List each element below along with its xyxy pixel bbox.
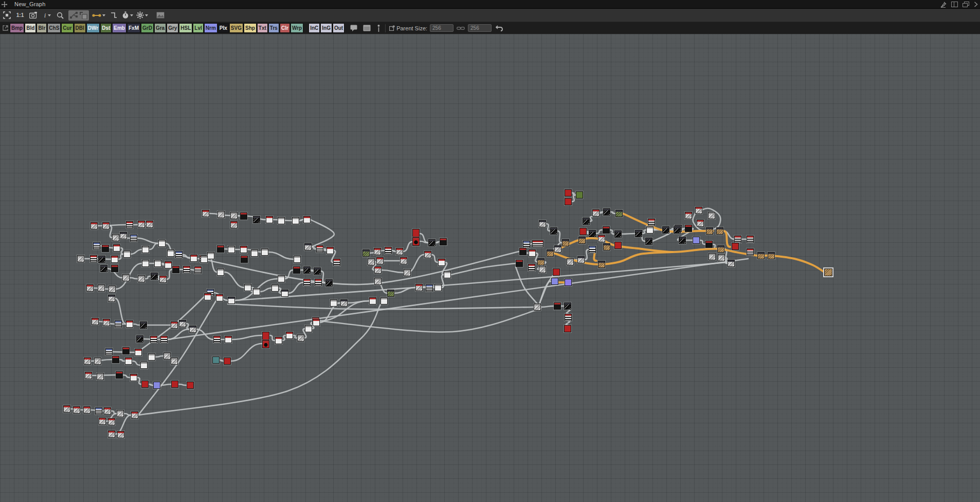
graph-node[interactable] (100, 265, 107, 272)
graph-node[interactable] (598, 235, 605, 242)
graph-node[interactable] (140, 321, 147, 329)
filter-button-Gry[interactable]: Gry (167, 23, 178, 33)
graph-node[interactable] (303, 266, 311, 274)
filter-button-Blr[interactable]: Blr (37, 23, 47, 33)
graph-node[interactable] (146, 221, 153, 228)
wire[interactable] (137, 238, 158, 243)
graph-node[interactable] (553, 268, 560, 276)
graph-node[interactable] (554, 302, 561, 310)
graph-node[interactable] (123, 250, 131, 258)
wire[interactable] (642, 230, 646, 234)
graph-node[interactable] (253, 288, 260, 295)
parent-height-input[interactable] (468, 24, 492, 32)
graph-node[interactable] (614, 230, 622, 238)
wire[interactable] (155, 356, 164, 357)
pin-marker-icon[interactable] (377, 25, 380, 32)
graph-node[interactable] (615, 210, 623, 217)
graph-node[interactable] (153, 382, 160, 389)
graph-node[interactable] (428, 239, 435, 246)
graph-node[interactable] (171, 381, 178, 388)
wire[interactable] (585, 249, 589, 260)
graph-node[interactable] (824, 268, 832, 276)
graph-node[interactable] (183, 266, 190, 273)
filter-button-DBl[interactable]: DBl (74, 23, 86, 33)
graph-node[interactable] (122, 274, 130, 281)
graph-node[interactable] (217, 211, 225, 218)
graph-node[interactable] (292, 217, 299, 224)
graph-node[interactable] (126, 221, 133, 228)
graph-node[interactable] (201, 256, 208, 263)
wire[interactable] (403, 242, 412, 252)
graph-node[interactable] (113, 244, 120, 252)
move-icon[interactable] (2, 2, 7, 7)
graph-node[interactable] (130, 374, 137, 381)
graph-node[interactable] (685, 212, 692, 219)
wire[interactable] (260, 288, 271, 292)
graph-node[interactable] (150, 336, 157, 343)
graph-node[interactable] (693, 237, 700, 244)
thumbnail-button[interactable] (155, 10, 166, 21)
graph-node[interactable] (160, 336, 168, 343)
graph-node[interactable] (240, 212, 247, 220)
graph-node[interactable] (86, 284, 94, 292)
info-button[interactable]: i (42, 10, 52, 21)
graph-node[interactable] (603, 208, 610, 216)
graph-node[interactable] (253, 216, 260, 223)
timer-button[interactable] (122, 10, 133, 21)
graph-node[interactable] (695, 207, 702, 214)
wire[interactable] (431, 255, 438, 262)
wire[interactable] (167, 270, 172, 279)
graph-node[interactable] (519, 248, 527, 255)
graph-node[interactable] (138, 275, 145, 282)
graph-node[interactable] (404, 269, 411, 276)
graph-node[interactable] (94, 357, 101, 365)
graph-node[interactable] (717, 245, 724, 253)
graph-node[interactable] (734, 236, 741, 243)
graph-node[interactable] (554, 245, 561, 253)
wire[interactable] (516, 267, 539, 306)
graph-node[interactable] (230, 221, 238, 228)
graph-node[interactable] (539, 220, 546, 227)
wire[interactable] (190, 270, 194, 270)
graph-node[interactable] (614, 242, 622, 249)
graph-node[interactable] (747, 236, 754, 243)
wire[interactable] (546, 224, 550, 231)
graph-node[interactable] (244, 284, 251, 291)
link-mode-toggle-group[interactable] (68, 10, 89, 21)
graph-node[interactable] (216, 294, 223, 301)
graph-node[interactable] (385, 247, 392, 254)
graph-node[interactable] (262, 340, 269, 348)
graph-node[interactable] (598, 261, 605, 268)
filter-button-Cur[interactable]: Cur (61, 23, 73, 33)
wire[interactable] (557, 231, 562, 243)
graph-node[interactable] (305, 325, 312, 332)
graph-node[interactable] (154, 260, 161, 267)
graph-tab[interactable]: New_Graph (14, 1, 46, 7)
graph-node[interactable] (187, 382, 194, 389)
wire[interactable] (132, 361, 140, 365)
filter-button-Gra[interactable]: Gra (154, 23, 166, 33)
graph-node[interactable] (142, 246, 149, 253)
graph-node[interactable] (565, 198, 572, 205)
graph-node[interactable] (369, 297, 376, 304)
graph-node[interactable] (240, 246, 247, 253)
graph-node[interactable] (380, 297, 388, 304)
graph-node[interactable] (102, 222, 110, 229)
graph-node[interactable] (194, 266, 202, 274)
graph-node[interactable] (316, 245, 323, 253)
graph-node[interactable] (313, 319, 320, 326)
graph-node[interactable] (207, 252, 214, 259)
wire[interactable] (451, 263, 516, 275)
wire[interactable] (600, 212, 603, 213)
wire[interactable] (220, 360, 224, 361)
graph-node[interactable] (261, 248, 268, 256)
graph-node[interactable] (108, 431, 115, 438)
graph-node[interactable] (112, 234, 119, 241)
graph-node[interactable] (85, 372, 92, 379)
graph-node[interactable] (565, 189, 572, 196)
graph-node[interactable] (516, 260, 523, 267)
graph-node[interactable] (241, 256, 248, 263)
graph-node[interactable] (175, 251, 183, 258)
graph-node[interactable] (217, 268, 224, 276)
graph-node[interactable] (747, 248, 754, 256)
